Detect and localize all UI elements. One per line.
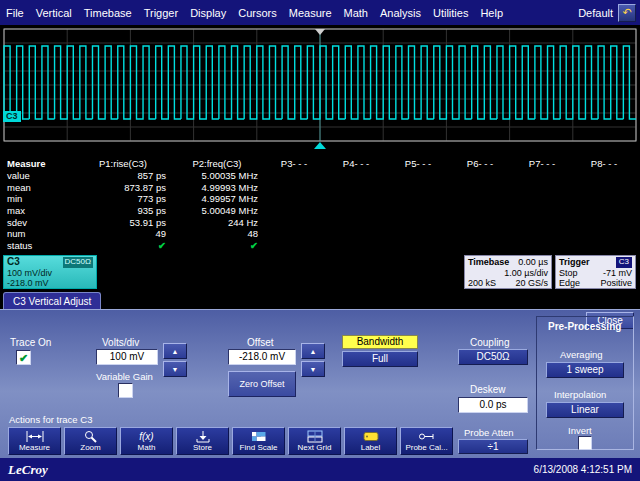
measure-value: 53.91 ps bbox=[80, 217, 176, 228]
measure-row-label: min bbox=[0, 193, 80, 204]
tab-c3-vertical-adjust[interactable]: C3 Vertical Adjust bbox=[3, 292, 101, 309]
measure-header: Measure bbox=[0, 158, 80, 169]
magnifier-zoom-icon bbox=[81, 430, 101, 443]
deskew-field[interactable]: 0.0 ps bbox=[458, 397, 528, 413]
menu-item-math[interactable]: Math bbox=[338, 1, 374, 25]
zoom-action-button[interactable]: Zoom bbox=[64, 427, 117, 455]
measure-value: 4.99993 MHz bbox=[176, 182, 268, 193]
param-header[interactable]: P6- - - bbox=[454, 158, 516, 169]
param-header[interactable]: P3- - - bbox=[268, 158, 330, 169]
volts-up-button[interactable]: ▲ bbox=[163, 343, 187, 359]
measure-row-sdev: sdev53.91 ps244 Hz bbox=[0, 216, 640, 228]
measure-row-label: status bbox=[0, 240, 80, 251]
measure-value: 4.99957 MHz bbox=[176, 193, 268, 204]
measure-value: 773 ps bbox=[80, 193, 176, 204]
actions-row: Measure Zoom f(x) Math Store bbox=[8, 427, 453, 455]
averaging-select[interactable]: 1 sweep bbox=[546, 362, 624, 378]
trigger-slope: Positive bbox=[600, 278, 632, 289]
trigger-time-marker[interactable] bbox=[314, 142, 326, 149]
measure-value: 244 Hz bbox=[176, 217, 268, 228]
timebase-title: Timebase bbox=[468, 257, 509, 268]
store-action-button[interactable]: Store bbox=[176, 427, 229, 455]
volts-div-field[interactable]: 100 mV bbox=[96, 349, 158, 365]
measure-row-label: max bbox=[0, 205, 80, 216]
waveform-display[interactable]: C3 bbox=[0, 26, 640, 158]
menu-item-file[interactable]: File bbox=[0, 1, 30, 25]
zero-offset-button[interactable]: Zero Offset bbox=[228, 371, 296, 397]
probe-atten-label: Probe Atten bbox=[464, 427, 514, 438]
trigger-descriptor[interactable]: TriggerC3 Stop-71 mV EdgePositive bbox=[555, 255, 636, 289]
menu-item-cursors[interactable]: Cursors bbox=[232, 1, 283, 25]
action-label: Measure bbox=[19, 443, 50, 453]
interpolation-label: Interpolation bbox=[554, 389, 606, 400]
trigger-type: Edge bbox=[559, 278, 580, 289]
down-arrow-icon: ▼ bbox=[172, 366, 179, 373]
action-label: Math bbox=[138, 443, 156, 453]
c3-coupling-badge: DC50Ω bbox=[63, 257, 93, 268]
offset-up-button[interactable]: ▲ bbox=[301, 343, 325, 359]
measure-action-button[interactable]: Measure bbox=[8, 427, 61, 455]
variable-gain-checkbox[interactable] bbox=[118, 383, 133, 398]
label-tag-icon bbox=[361, 430, 381, 443]
menu-item-help[interactable]: Help bbox=[474, 1, 509, 25]
default-setup-button[interactable]: Default bbox=[578, 7, 613, 19]
measure-value: 48 bbox=[176, 228, 268, 239]
timebase-scale: 1.00 µs/div bbox=[468, 268, 548, 279]
lecroy-logo: LeCroy bbox=[8, 462, 48, 478]
measure-table: MeasureP1:rise(C3)P2:freq(C3)P3- - -P4- … bbox=[0, 158, 640, 252]
param-header[interactable]: P5- - - bbox=[392, 158, 454, 169]
measure-value: 49 bbox=[80, 228, 176, 239]
trace-on-label: Trace On bbox=[10, 337, 51, 348]
trigger-title: Trigger bbox=[559, 257, 590, 268]
next-grid-action-button[interactable]: Next Grid bbox=[288, 427, 341, 455]
interpolation-select[interactable]: Linear bbox=[546, 402, 624, 418]
bandwidth-label: Bandwidth bbox=[342, 335, 418, 349]
measure-row-label: value bbox=[0, 170, 80, 181]
measure-row-label: mean bbox=[0, 182, 80, 193]
trigger-time-top-marker[interactable] bbox=[315, 29, 325, 35]
up-arrow-icon: ▲ bbox=[172, 348, 179, 355]
menu-item-analysis[interactable]: Analysis bbox=[374, 1, 427, 25]
offset-down-button[interactable]: ▼ bbox=[301, 361, 325, 377]
volts-down-button[interactable]: ▼ bbox=[163, 361, 187, 377]
param-header[interactable]: P4- - - bbox=[330, 158, 392, 169]
timebase-samples: 200 kS bbox=[468, 278, 496, 289]
measure-value: 935 ps bbox=[80, 205, 176, 216]
probe-cal-action-button[interactable]: Probe Cal... bbox=[400, 427, 453, 455]
menu-item-timebase[interactable]: Timebase bbox=[78, 1, 138, 25]
probe-atten-select[interactable]: ÷1 bbox=[458, 439, 528, 454]
trace-on-checkbox[interactable]: ✔ bbox=[16, 350, 31, 365]
find-scale-action-button[interactable]: Find Scale bbox=[232, 427, 285, 455]
bandwidth-select[interactable]: Full bbox=[342, 351, 418, 367]
volts-div-label: Volts/div bbox=[102, 337, 139, 348]
status-check-icon: ✔ bbox=[80, 240, 176, 251]
menu-item-vertical[interactable]: Vertical bbox=[30, 1, 78, 25]
measure-row-min: min773 ps4.99957 MHz bbox=[0, 193, 640, 205]
probe-cal-icon bbox=[417, 430, 437, 443]
action-label: Find Scale bbox=[240, 443, 278, 453]
menu-item-measure[interactable]: Measure bbox=[283, 1, 338, 25]
dialog-body: Close Trace On ✔ Volts/div 100 mV ▲ ▼ Va… bbox=[0, 309, 640, 458]
trigger-source-badge: C3 bbox=[616, 257, 632, 268]
menu-items: FileVerticalTimebaseTriggerDisplayCursor… bbox=[0, 1, 509, 25]
param-header[interactable]: P1:rise(C3) bbox=[80, 158, 176, 169]
measure-value: 857 ps bbox=[80, 170, 176, 181]
offset-field[interactable]: -218.0 mV bbox=[228, 349, 296, 365]
label-action-button[interactable]: Label bbox=[344, 427, 397, 455]
param-header[interactable]: P7- - - bbox=[516, 158, 578, 169]
math-action-button[interactable]: f(x) Math bbox=[120, 427, 173, 455]
invert-checkbox[interactable] bbox=[578, 436, 592, 450]
coupling-select[interactable]: DC50Ω bbox=[458, 349, 528, 365]
caliper-measure-icon bbox=[25, 430, 45, 443]
offset-label: Offset bbox=[247, 337, 274, 348]
menu-item-utilities[interactable]: Utilities bbox=[427, 1, 474, 25]
timebase-descriptor[interactable]: Timebase0.00 µs 1.00 µs/div 200 kS20 GS/… bbox=[464, 255, 552, 289]
param-header[interactable]: P2:freq(C3) bbox=[176, 158, 268, 169]
menu-item-display[interactable]: Display bbox=[184, 1, 232, 25]
undo-icon[interactable]: ↶ bbox=[618, 4, 636, 22]
c3-trace bbox=[4, 46, 636, 119]
channel-c3-descriptor[interactable]: C3DC50Ω 100 mV/div -218.0 mV bbox=[3, 255, 97, 289]
measure-value: 5.00035 MHz bbox=[176, 170, 268, 181]
param-header[interactable]: P8- - - bbox=[578, 158, 640, 169]
menu-item-trigger[interactable]: Trigger bbox=[138, 1, 184, 25]
